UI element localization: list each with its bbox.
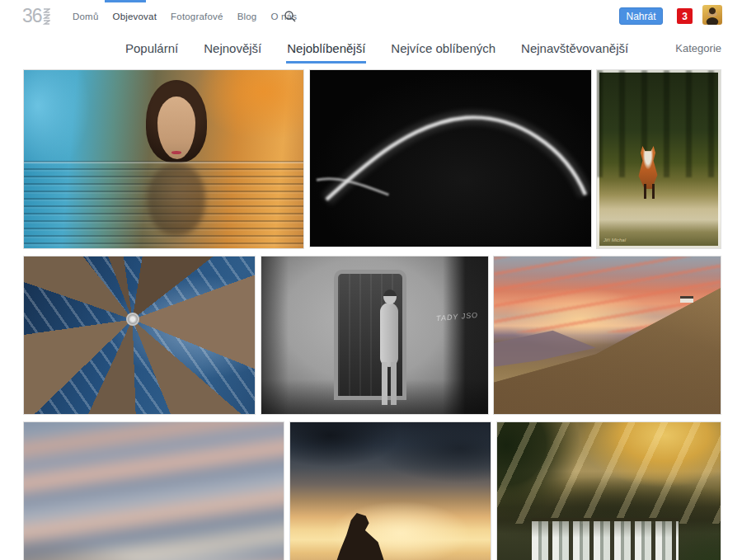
logo-mark-icon [43,7,50,29]
photo-thumbnail-water-portrait[interactable] [23,69,304,249]
search-icon[interactable] [284,10,297,23]
photographer-watermark: Jiří Michal [603,238,626,242]
main-navigation: Domů Objevovat Fotografové Blog O nás [73,0,297,33]
photo-thumbnail-mountain-sunset[interactable] [493,256,721,415]
user-avatar[interactable] [702,5,722,25]
waterline-art [24,162,303,163]
nav-item-fotografove[interactable]: Fotografové [171,12,223,21]
mountain-hut-art [680,296,693,303]
columns-center-hub-art [126,313,139,326]
wall-graffiti-text: TADY JSO [435,311,478,322]
filter-tab-bar: Populární Nejnovější Nejoblíbenější Nejv… [0,33,742,64]
site-logo[interactable]: 36 [22,6,50,29]
reflection-art [148,164,205,235]
figure-legs-art [382,362,397,405]
notification-badge[interactable]: 3 [677,8,693,24]
tab-nejnovejsi[interactable]: Nejnovější [204,34,261,64]
figure-head-art [383,289,397,304]
filter-tabs: Populární Nejnovější Nejoblíbenější Nejv… [125,33,628,64]
silhouette-figure-art [330,513,394,560]
photo-thumbnail-bw-nude[interactable] [309,69,592,247]
tab-nejoblibenejsi[interactable]: Nejoblíbenější [287,34,365,64]
tab-popularni[interactable]: Populární [125,34,178,64]
forest-trunks-art [597,70,721,177]
logo-text: 36 [22,6,42,26]
bw-nude-art [310,70,591,247]
sunbeams-art [497,422,721,524]
upload-button[interactable]: Nahrát [619,7,663,25]
photo-thumbnail-fox[interactable]: Jiří Michal [596,69,721,249]
waterfall-cascade-art [532,518,679,560]
top-header: 36 Domů Objevovat Fotografové Blog O nás… [0,0,742,33]
tab-nejnavstevovanejsi[interactable]: Nejnavštěvovanější [521,34,628,64]
blurred-clouds-art [23,421,284,560]
nav-item-blog[interactable]: Blog [237,12,257,21]
photo-thumbnail-waterfall[interactable] [496,421,721,560]
page: 36 Domů Objevovat Fotografové Blog O nás… [0,0,742,560]
photo-thumbnail-pastel-clouds[interactable] [23,421,284,560]
fox-legs-art [644,184,655,199]
portrait-lips-art [171,151,181,154]
nav-item-objevovat[interactable]: Objevovat [112,12,157,21]
photo-thumbnail-door-nude[interactable]: TADY JSO [261,256,489,415]
figure-body-art [380,303,398,367]
photo-thumbnail-columns[interactable] [23,256,256,415]
categories-link[interactable]: Kategorie [675,42,721,54]
photo-thumbnail-sunset-figure[interactable] [289,421,491,560]
nav-item-domu[interactable]: Domů [73,12,98,21]
tab-nejvice-oblibenych[interactable]: Nejvíce oblíbených [391,34,495,64]
